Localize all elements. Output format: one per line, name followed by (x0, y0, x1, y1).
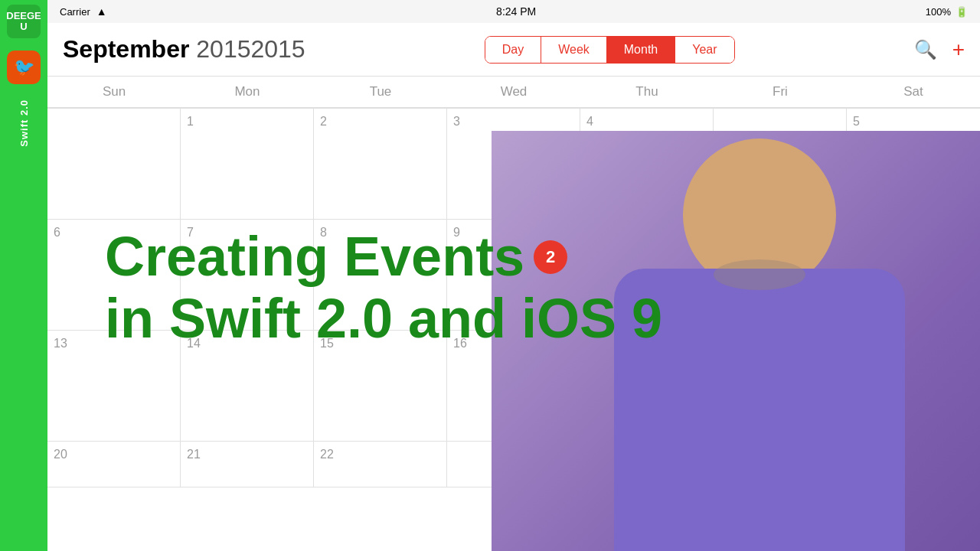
carrier-label: Carrier (60, 6, 90, 18)
overlay-text-block: Creating Events 2 in Swift 2.0 and iOS 9 (105, 227, 662, 350)
view-btn-week[interactable]: Week (541, 37, 607, 63)
logo-line1: DEEGE (6, 11, 41, 21)
person-beard (714, 259, 805, 290)
search-icon[interactable]: 🔍 (914, 39, 937, 60)
view-switcher: Day Week Month Year (485, 36, 735, 64)
calendar-grid-wrapper: 1 2 3 4 5 6 7 8 9 10 11 12 13 14 15 (47, 108, 980, 487)
calendar-header: September 20152015 Day Week Month Year 🔍… (47, 23, 980, 77)
battery-percent: 100% (926, 6, 951, 18)
sidebar: DEEGE U 🐦 Swift 2.0 (0, 0, 47, 551)
day-header-thu: Thu (580, 77, 714, 107)
battery-icon: 🔋 (956, 6, 968, 18)
header-actions: 🔍 + (914, 37, 965, 62)
day-header-sat: Sat (847, 77, 980, 107)
view-btn-month[interactable]: Month (607, 37, 675, 63)
cell-sep-2[interactable]: 2 (314, 109, 447, 220)
main-content: Carrier ▲ 8:24 PM 100% 🔋 September 20152… (47, 0, 980, 551)
status-left: Carrier ▲ (60, 5, 107, 18)
cell-sep-1[interactable]: 1 (181, 109, 314, 220)
year-value: 2015 (250, 35, 305, 63)
status-right: 100% 🔋 (926, 6, 968, 18)
year-label: 2015 (196, 35, 250, 63)
day-header-wed: Wed (447, 77, 580, 107)
cell-sep-22[interactable]: 22 (314, 442, 447, 487)
day-header-tue: Tue (314, 77, 447, 107)
cell-sep-20[interactable]: 20 (47, 442, 181, 487)
day-header-sun: Sun (47, 77, 181, 107)
day-headers-row: Sun Mon Tue Wed Thu Fri Sat (47, 77, 980, 108)
cell-sep-21[interactable]: 21 (181, 442, 314, 487)
month-label: September (63, 35, 189, 63)
view-btn-year[interactable]: Year (675, 37, 733, 63)
overlay-title-line1: Creating Events 2 (105, 227, 662, 287)
day-header-fri: Fri (714, 77, 847, 107)
event-count-badge: 2 (534, 240, 567, 274)
view-btn-day[interactable]: Day (485, 37, 541, 63)
sidebar-swift-label: Swift 2.0 (18, 99, 30, 147)
day-header-mon: Mon (181, 77, 314, 107)
overlay-title-line2: in Swift 2.0 and iOS 9 (105, 287, 662, 350)
overlay-title-text1: Creating Events (105, 227, 524, 287)
sidebar-logo[interactable]: DEEGE U (7, 5, 41, 38)
add-event-icon[interactable]: + (952, 37, 965, 62)
status-bar: Carrier ▲ 8:24 PM 100% 🔋 (47, 0, 980, 23)
swift-icon-area: 🐦 (7, 51, 41, 84)
wifi-icon: ▲ (96, 5, 107, 18)
logo-line2: U (20, 21, 27, 32)
cell-aug-30[interactable] (47, 109, 181, 220)
status-time: 8:24 PM (496, 5, 536, 18)
swift-bird-icon: 🐦 (14, 57, 34, 77)
month-year-title: September 20152015 (63, 35, 305, 64)
